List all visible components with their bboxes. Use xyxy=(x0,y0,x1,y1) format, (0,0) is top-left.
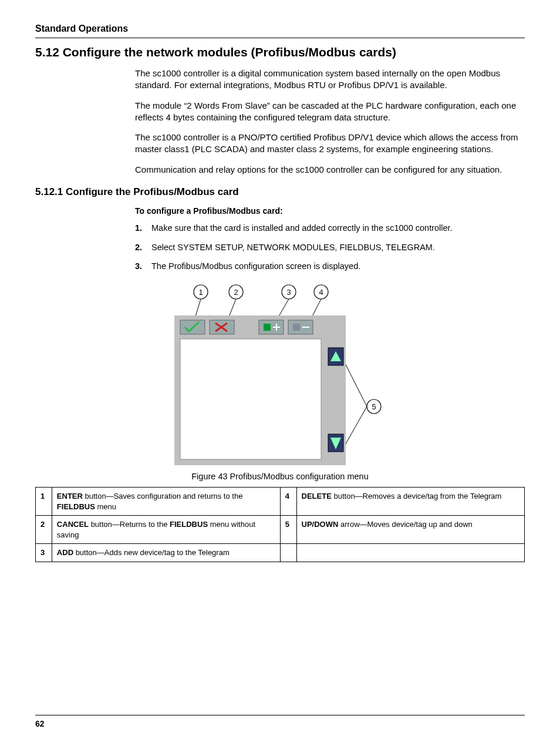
step-text: Make sure that the card is installed and… xyxy=(151,223,525,234)
svg-line-9 xyxy=(345,362,367,406)
legend-desc: UP/DOWN arrow—Moves device/tag up and do… xyxy=(296,516,524,544)
legend-strong: UP/DOWN xyxy=(302,520,339,529)
add-button[interactable] xyxy=(259,320,284,334)
legend-strong: FIELDBUS xyxy=(170,520,208,529)
enter-button[interactable] xyxy=(180,320,205,334)
legend-text: arrow—Moves device/tag up and down xyxy=(338,520,472,529)
legend-num: 2 xyxy=(36,516,52,544)
step-number: 3. xyxy=(135,261,151,272)
table-row: 3 ADD button—Adds new device/tag to the … xyxy=(36,544,525,562)
legend-num: 1 xyxy=(36,488,52,516)
list-area xyxy=(180,339,321,459)
page-number: 62 xyxy=(35,719,45,728)
para-3: The sc1000 controller is a PNO/PTO certi… xyxy=(135,132,525,156)
step-number: 1. xyxy=(135,223,151,234)
svg-line-10 xyxy=(345,406,367,446)
legend-num: 4 xyxy=(280,488,296,516)
footer-rule xyxy=(35,715,525,715)
step-2: 2. Select SYSTEM SETUP, NETWORK MODULES,… xyxy=(135,242,525,253)
svg-rect-16 xyxy=(264,324,271,331)
section-heading-5-12: 5.12 Configure the network modules (Prof… xyxy=(35,45,525,59)
callout-legend-table: 1 ENTER button—Saves configuration and r… xyxy=(35,487,525,562)
legend-desc: ENTER button—Saves configuration and ret… xyxy=(52,488,280,516)
legend-strong: CANCEL xyxy=(57,520,89,529)
intro-paragraphs: The sc1000 controller is a digital commu… xyxy=(135,68,525,176)
legend-strong: FIELDBUS xyxy=(57,502,95,511)
procedure-block: To configure a Profibus/Modbus card: 1. … xyxy=(135,206,525,273)
callout-4: 4 xyxy=(319,288,323,297)
header-rule xyxy=(35,38,525,38)
legend-empty xyxy=(280,544,296,562)
legend-empty xyxy=(296,544,524,562)
legend-desc: DELETE button—Removes a device/tag from … xyxy=(296,488,524,516)
delete-button[interactable] xyxy=(288,320,313,334)
down-arrow-button[interactable] xyxy=(328,434,343,452)
step-3: 3. The Profibus/Modbus configuration scr… xyxy=(135,261,525,272)
callout-1: 1 xyxy=(198,288,203,297)
legend-num: 5 xyxy=(280,516,296,544)
figure-43: 1 2 3 4 5 xyxy=(35,280,525,481)
legend-text: button—Returns to the xyxy=(89,520,170,529)
step-text: The Profibus/Modbus configuration screen… xyxy=(151,261,525,272)
para-4: Communication and relay options for the … xyxy=(135,164,525,176)
legend-text: button—Removes a device/tag from the Tel… xyxy=(332,492,502,500)
procedure-intro: To configure a Profibus/Modbus card: xyxy=(135,206,525,216)
legend-strong: DELETE xyxy=(302,492,332,500)
config-menu-diagram: 1 2 3 4 5 xyxy=(168,280,392,468)
section-heading-5-12-1: 5.12.1 Configure the Profibus/Modbus car… xyxy=(35,186,525,198)
step-text: Select SYSTEM SETUP, NETWORK MODULES, FI… xyxy=(151,242,525,253)
step-number: 2. xyxy=(135,242,151,253)
figure-caption: Figure 43 Profibus/Modbus configuration … xyxy=(191,472,368,481)
legend-desc: ADD button—Adds new device/tag to the Te… xyxy=(52,544,280,562)
table-row: 1 ENTER button—Saves configuration and r… xyxy=(36,488,525,516)
legend-strong: ADD xyxy=(57,548,73,557)
legend-text: button—Saves configuration and returns t… xyxy=(83,492,242,500)
table-row: 2 CANCEL button—Returns to the FIELDBUS … xyxy=(36,516,525,544)
para-1: The sc1000 controller is a digital commu… xyxy=(135,68,525,92)
cancel-button[interactable] xyxy=(210,320,234,334)
up-arrow-button[interactable] xyxy=(328,348,343,365)
legend-num: 3 xyxy=(36,544,52,562)
legend-strong: ENTER xyxy=(57,492,83,500)
legend-desc: CANCEL button—Returns to the FIELDBUS me… xyxy=(52,516,280,544)
steps-list: 1. Make sure that the card is installed … xyxy=(135,223,525,273)
callout-3: 3 xyxy=(286,288,291,297)
step-1: 1. Make sure that the card is installed … xyxy=(135,223,525,234)
legend-text: button—Adds new device/tag to the Telegr… xyxy=(73,548,230,557)
para-2: The module “2 Words From Slave” can be c… xyxy=(135,100,525,124)
running-head: Standard Operations xyxy=(35,23,525,34)
svg-rect-20 xyxy=(293,324,300,331)
callout-2: 2 xyxy=(234,288,238,297)
callout-5: 5 xyxy=(372,402,376,411)
legend-text: menu xyxy=(95,502,116,511)
